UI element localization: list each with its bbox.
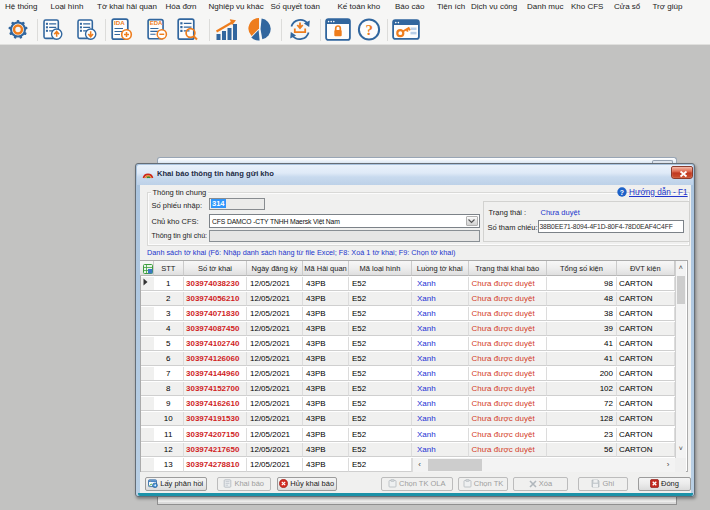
svg-text:EDA: EDA — [150, 20, 163, 26]
svg-text:IDA: IDA — [114, 19, 125, 26]
svg-text:?: ? — [619, 188, 623, 195]
svg-text:?: ? — [365, 22, 373, 38]
